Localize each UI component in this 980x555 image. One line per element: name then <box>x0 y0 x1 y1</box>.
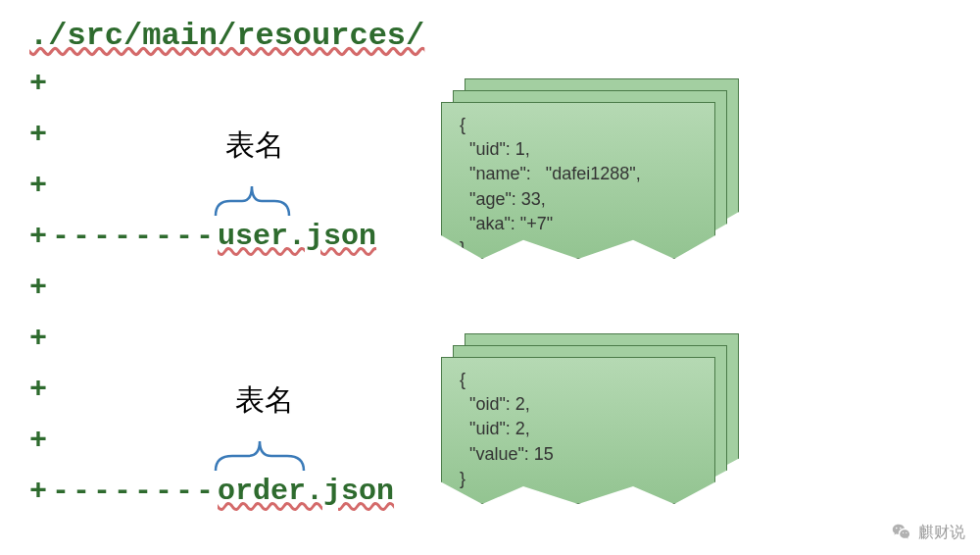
watermark-text: 麒财说 <box>918 523 965 543</box>
tree-plus: + <box>29 424 47 457</box>
tree-branch: -------- <box>52 475 217 508</box>
curly-bracket-icon <box>211 167 294 222</box>
tree-plus: + <box>29 220 47 253</box>
wechat-icon <box>891 522 912 543</box>
curly-bracket-icon <box>211 422 309 477</box>
table-name-label-1: 表名 <box>225 126 284 166</box>
json-content-order: { "oid": 2, "uid": 2, "value": 15 } <box>442 358 714 501</box>
tree-branch: -------- <box>52 220 217 253</box>
tree-plus: + <box>29 118 47 151</box>
json-content-user: { "uid": 1, "name": "dafei1288", "age": … <box>442 103 714 271</box>
tree-plus: + <box>29 322 47 355</box>
tree-plus: + <box>29 271 47 304</box>
table-name-label-2: 表名 <box>235 380 294 421</box>
file-order-json: order.json <box>218 475 394 508</box>
tree-plus: + <box>29 373 47 406</box>
tree-plus: + <box>29 169 47 202</box>
file-user-json: user.json <box>218 220 376 253</box>
resource-path-title: ./src/main/resources/ <box>29 18 424 54</box>
watermark: 麒财说 <box>891 522 965 543</box>
tree-plus: + <box>29 475 47 508</box>
tree-plus: + <box>29 67 47 100</box>
